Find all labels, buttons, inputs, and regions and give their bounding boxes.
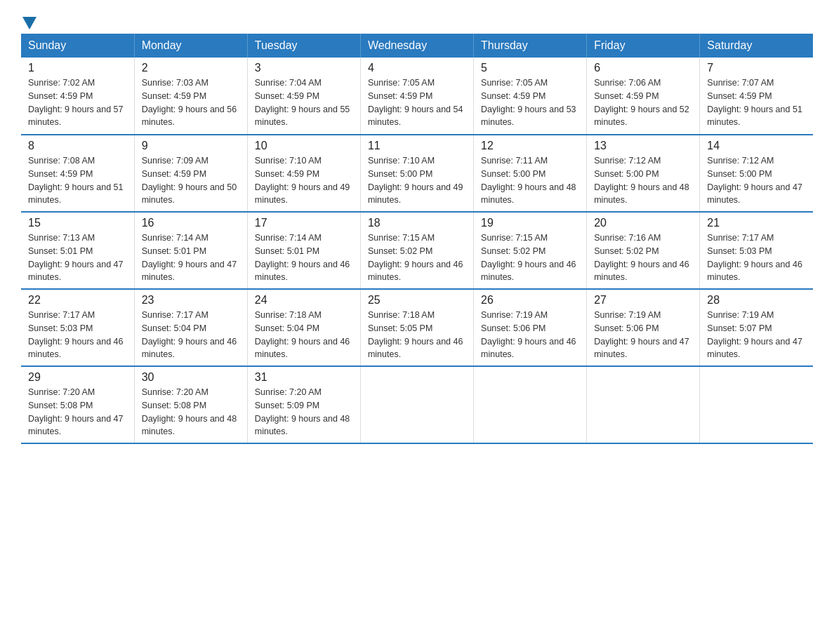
day-info: Sunrise: 7:14 AMSunset: 5:01 PMDaylight:…	[142, 233, 237, 282]
day-info: Sunrise: 7:17 AMSunset: 5:04 PMDaylight:…	[142, 310, 237, 359]
calendar-cell: 10 Sunrise: 7:10 AMSunset: 4:59 PMDaylig…	[247, 135, 360, 212]
calendar-cell: 26 Sunrise: 7:19 AMSunset: 5:06 PMDaylig…	[474, 289, 587, 366]
calendar-week-row: 1 Sunrise: 7:02 AMSunset: 4:59 PMDayligh…	[21, 58, 813, 135]
calendar-cell: 19 Sunrise: 7:15 AMSunset: 5:02 PMDaylig…	[474, 212, 587, 289]
day-info: Sunrise: 7:19 AMSunset: 5:07 PMDaylight:…	[707, 310, 802, 359]
page-header	[21, 14, 813, 27]
day-number: 29	[28, 371, 127, 384]
calendar-cell: 17 Sunrise: 7:14 AMSunset: 5:01 PMDaylig…	[247, 212, 360, 289]
weekday-header-sunday: Sunday	[21, 34, 134, 58]
day-number: 1	[28, 62, 127, 74]
calendar-cell: 28 Sunrise: 7:19 AMSunset: 5:07 PMDaylig…	[700, 289, 813, 366]
day-number: 27	[594, 294, 692, 307]
calendar-cell: 31 Sunrise: 7:20 AMSunset: 5:09 PMDaylig…	[247, 366, 360, 443]
calendar-cell: 20 Sunrise: 7:16 AMSunset: 5:02 PMDaylig…	[587, 212, 700, 289]
calendar-cell: 8 Sunrise: 7:08 AMSunset: 4:59 PMDayligh…	[21, 135, 134, 212]
calendar-cell: 12 Sunrise: 7:11 AMSunset: 5:00 PMDaylig…	[474, 135, 587, 212]
day-number: 25	[368, 294, 466, 307]
day-info: Sunrise: 7:02 AMSunset: 4:59 PMDaylight:…	[28, 78, 124, 127]
day-info: Sunrise: 7:14 AMSunset: 5:01 PMDaylight:…	[255, 233, 350, 282]
calendar-cell: 29 Sunrise: 7:20 AMSunset: 5:08 PMDaylig…	[21, 366, 134, 443]
weekday-header-thursday: Thursday	[474, 34, 587, 58]
calendar-cell: 13 Sunrise: 7:12 AMSunset: 5:00 PMDaylig…	[587, 135, 700, 212]
calendar-cell: 16 Sunrise: 7:14 AMSunset: 5:01 PMDaylig…	[134, 212, 247, 289]
day-info: Sunrise: 7:12 AMSunset: 5:00 PMDaylight:…	[594, 156, 689, 205]
logo	[21, 14, 38, 27]
day-info: Sunrise: 7:07 AMSunset: 4:59 PMDaylight:…	[707, 78, 802, 127]
day-info: Sunrise: 7:16 AMSunset: 5:02 PMDaylight:…	[594, 233, 689, 282]
day-info: Sunrise: 7:13 AMSunset: 5:01 PMDaylight:…	[28, 233, 124, 282]
day-number: 15	[28, 217, 127, 229]
calendar-cell	[474, 366, 587, 443]
day-number: 22	[28, 294, 127, 307]
calendar-week-row: 15 Sunrise: 7:13 AMSunset: 5:01 PMDaylig…	[21, 212, 813, 289]
calendar-cell: 23 Sunrise: 7:17 AMSunset: 5:04 PMDaylig…	[134, 289, 247, 366]
logo-triangle-icon	[22, 17, 37, 29]
day-number: 5	[481, 62, 579, 74]
day-number: 14	[707, 140, 806, 152]
calendar-cell: 7 Sunrise: 7:07 AMSunset: 4:59 PMDayligh…	[700, 58, 813, 135]
day-info: Sunrise: 7:08 AMSunset: 4:59 PMDaylight:…	[28, 156, 124, 205]
day-info: Sunrise: 7:03 AMSunset: 4:59 PMDaylight:…	[142, 78, 237, 127]
calendar-cell: 1 Sunrise: 7:02 AMSunset: 4:59 PMDayligh…	[21, 58, 134, 135]
calendar-cell: 9 Sunrise: 7:09 AMSunset: 4:59 PMDayligh…	[134, 135, 247, 212]
day-number: 11	[368, 140, 466, 152]
day-number: 10	[255, 140, 353, 152]
calendar-cell: 3 Sunrise: 7:04 AMSunset: 4:59 PMDayligh…	[247, 58, 360, 135]
day-number: 7	[707, 62, 806, 74]
day-number: 2	[142, 62, 240, 74]
day-info: Sunrise: 7:10 AMSunset: 5:00 PMDaylight:…	[368, 156, 463, 205]
calendar-cell: 30 Sunrise: 7:20 AMSunset: 5:08 PMDaylig…	[134, 366, 247, 443]
calendar-cell	[587, 366, 700, 443]
day-number: 4	[368, 62, 466, 74]
calendar-cell: 22 Sunrise: 7:17 AMSunset: 5:03 PMDaylig…	[21, 289, 134, 366]
day-info: Sunrise: 7:17 AMSunset: 5:03 PMDaylight:…	[707, 233, 802, 282]
weekday-header-tuesday: Tuesday	[247, 34, 360, 58]
day-info: Sunrise: 7:19 AMSunset: 5:06 PMDaylight:…	[594, 310, 689, 359]
calendar-header: SundayMondayTuesdayWednesdayThursdayFrid…	[21, 34, 813, 58]
day-info: Sunrise: 7:20 AMSunset: 5:08 PMDaylight:…	[28, 387, 124, 436]
day-number: 19	[481, 217, 579, 229]
calendar-cell: 27 Sunrise: 7:19 AMSunset: 5:06 PMDaylig…	[587, 289, 700, 366]
day-number: 21	[707, 217, 806, 229]
calendar-cell: 18 Sunrise: 7:15 AMSunset: 5:02 PMDaylig…	[360, 212, 473, 289]
day-number: 3	[255, 62, 353, 74]
weekday-header-row: SundayMondayTuesdayWednesdayThursdayFrid…	[21, 34, 813, 58]
day-info: Sunrise: 7:20 AMSunset: 5:09 PMDaylight:…	[255, 387, 350, 436]
calendar-cell: 21 Sunrise: 7:17 AMSunset: 5:03 PMDaylig…	[700, 212, 813, 289]
day-info: Sunrise: 7:17 AMSunset: 5:03 PMDaylight:…	[28, 310, 124, 359]
day-info: Sunrise: 7:15 AMSunset: 5:02 PMDaylight:…	[481, 233, 576, 282]
day-info: Sunrise: 7:04 AMSunset: 4:59 PMDaylight:…	[255, 78, 350, 127]
weekday-header-saturday: Saturday	[700, 34, 813, 58]
calendar-cell: 5 Sunrise: 7:05 AMSunset: 4:59 PMDayligh…	[474, 58, 587, 135]
calendar-body: 1 Sunrise: 7:02 AMSunset: 4:59 PMDayligh…	[21, 58, 813, 443]
day-number: 18	[368, 217, 466, 229]
calendar-week-row: 22 Sunrise: 7:17 AMSunset: 5:03 PMDaylig…	[21, 289, 813, 366]
calendar-cell: 14 Sunrise: 7:12 AMSunset: 5:00 PMDaylig…	[700, 135, 813, 212]
day-info: Sunrise: 7:10 AMSunset: 4:59 PMDaylight:…	[255, 156, 350, 205]
day-number: 23	[142, 294, 240, 307]
day-info: Sunrise: 7:18 AMSunset: 5:05 PMDaylight:…	[368, 310, 463, 359]
calendar-cell: 24 Sunrise: 7:18 AMSunset: 5:04 PMDaylig…	[247, 289, 360, 366]
day-info: Sunrise: 7:06 AMSunset: 4:59 PMDaylight:…	[594, 78, 689, 127]
calendar-cell	[360, 366, 473, 443]
day-info: Sunrise: 7:19 AMSunset: 5:06 PMDaylight:…	[481, 310, 576, 359]
day-number: 17	[255, 217, 353, 229]
calendar-cell: 25 Sunrise: 7:18 AMSunset: 5:05 PMDaylig…	[360, 289, 473, 366]
day-info: Sunrise: 7:09 AMSunset: 4:59 PMDaylight:…	[142, 156, 237, 205]
weekday-header-wednesday: Wednesday	[360, 34, 473, 58]
day-number: 26	[481, 294, 579, 307]
day-info: Sunrise: 7:12 AMSunset: 5:00 PMDaylight:…	[707, 156, 802, 205]
day-info: Sunrise: 7:15 AMSunset: 5:02 PMDaylight:…	[368, 233, 463, 282]
day-number: 24	[255, 294, 353, 307]
day-info: Sunrise: 7:18 AMSunset: 5:04 PMDaylight:…	[255, 310, 350, 359]
calendar-cell: 4 Sunrise: 7:05 AMSunset: 4:59 PMDayligh…	[360, 58, 473, 135]
calendar-week-row: 8 Sunrise: 7:08 AMSunset: 4:59 PMDayligh…	[21, 135, 813, 212]
day-number: 20	[594, 217, 692, 229]
day-info: Sunrise: 7:11 AMSunset: 5:00 PMDaylight:…	[481, 156, 576, 205]
calendar-cell: 11 Sunrise: 7:10 AMSunset: 5:00 PMDaylig…	[360, 135, 473, 212]
calendar-week-row: 29 Sunrise: 7:20 AMSunset: 5:08 PMDaylig…	[21, 366, 813, 443]
day-number: 12	[481, 140, 579, 152]
day-number: 16	[142, 217, 240, 229]
weekday-header-friday: Friday	[587, 34, 700, 58]
